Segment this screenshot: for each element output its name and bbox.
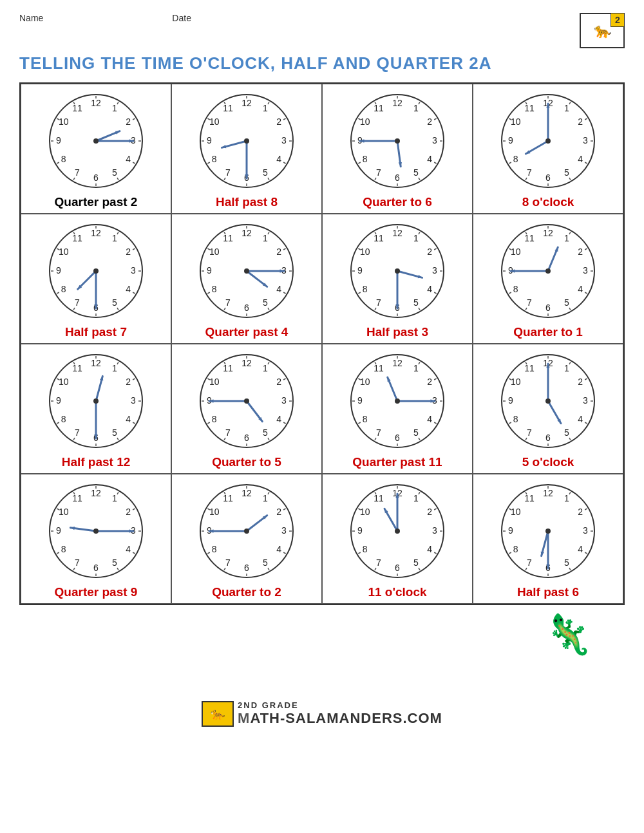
svg-text:1: 1 (112, 493, 117, 503)
svg-text:1: 1 (413, 363, 419, 373)
clock-cell-1: 121234567891011Quarter past 2 (21, 84, 171, 214)
svg-text:12: 12 (392, 358, 402, 368)
svg-point-329 (395, 398, 400, 404)
clock-cell-8: 121234567891011Quarter to 1 (473, 214, 623, 344)
svg-text:2: 2 (126, 507, 131, 517)
clock-cell-16: 121234567891011Half past 6 (473, 474, 623, 604)
clock-label-13: Quarter past 9 (55, 585, 138, 599)
clock-cell-7: 121234567891011Half past 3 (322, 214, 473, 344)
svg-text:6: 6 (395, 433, 400, 443)
svg-text:8: 8 (212, 544, 217, 554)
clock-label-1: Quarter past 2 (55, 195, 138, 209)
clock-label-6: Quarter past 4 (205, 325, 289, 339)
svg-text:6: 6 (244, 303, 249, 313)
svg-text:1: 1 (112, 103, 117, 113)
svg-text:10: 10 (59, 507, 69, 517)
clock-cell-9: 121234567891011Half past 12 (21, 344, 171, 474)
clock-cell-13: 121234567891011Quarter past 9 (21, 474, 171, 604)
svg-text:4: 4 (578, 414, 583, 424)
footer: 🐆 2ND GRADE MATH-SALAMANDERS.COM (19, 700, 625, 727)
clock-label-4: 8 o'clock (522, 195, 574, 209)
svg-text:9: 9 (357, 265, 363, 276)
svg-text:1: 1 (263, 363, 268, 373)
svg-text:4: 4 (126, 544, 131, 554)
svg-text:8: 8 (363, 154, 368, 164)
svg-text:6: 6 (545, 303, 551, 313)
svg-text:5: 5 (413, 557, 419, 568)
svg-text:9: 9 (508, 135, 513, 145)
svg-text:2: 2 (126, 247, 131, 257)
svg-text:11: 11 (72, 493, 82, 503)
svg-text:2: 2 (126, 377, 131, 387)
svg-text:5: 5 (112, 557, 117, 568)
clock-label-10: Quarter to 5 (212, 455, 281, 469)
svg-text:1: 1 (112, 363, 117, 373)
svg-text:3: 3 (281, 395, 287, 406)
svg-text:10: 10 (360, 377, 370, 387)
svg-text:12: 12 (91, 488, 101, 498)
svg-text:12: 12 (543, 228, 553, 238)
svg-text:11: 11 (72, 363, 82, 373)
svg-text:7: 7 (527, 557, 532, 568)
svg-text:6: 6 (395, 173, 400, 183)
svg-text:7: 7 (225, 167, 231, 178)
svg-text:11: 11 (72, 103, 82, 113)
svg-text:8: 8 (212, 154, 217, 164)
svg-text:8: 8 (61, 414, 66, 424)
clock-cell-5: 121234567891011Half past 7 (21, 214, 171, 344)
svg-text:6: 6 (545, 173, 551, 183)
clock-label-14: Quarter to 2 (212, 585, 281, 599)
svg-text:2: 2 (578, 377, 583, 387)
svg-text:4: 4 (276, 284, 281, 294)
svg-text:9: 9 (207, 135, 212, 145)
clock-label-16: Half past 6 (517, 585, 579, 599)
clock-label-3: Quarter to 6 (363, 195, 432, 209)
clock-cell-2: 121234567891011Half past 8 (171, 84, 322, 214)
logo-badge: 2 (611, 13, 625, 27)
svg-text:2: 2 (276, 247, 281, 257)
svg-text:12: 12 (392, 98, 402, 108)
svg-text:3: 3 (432, 265, 437, 276)
svg-text:10: 10 (360, 117, 370, 127)
svg-text:1: 1 (564, 103, 569, 113)
svg-text:1: 1 (564, 233, 569, 243)
svg-text:11: 11 (374, 233, 384, 243)
svg-text:8: 8 (363, 544, 368, 554)
svg-point-239 (545, 268, 551, 274)
svg-text:9: 9 (56, 395, 61, 406)
svg-text:8: 8 (61, 284, 66, 294)
svg-text:12: 12 (91, 358, 101, 368)
svg-text:1: 1 (263, 233, 268, 243)
svg-text:8: 8 (61, 544, 66, 554)
svg-text:7: 7 (225, 427, 231, 438)
svg-text:10: 10 (209, 377, 220, 387)
svg-text:10: 10 (360, 247, 370, 257)
lizard-icon: 🦎 (544, 612, 592, 657)
logo-box: 🐆 2 (580, 13, 625, 48)
svg-text:10: 10 (360, 507, 370, 517)
svg-text:8: 8 (212, 284, 217, 294)
svg-text:3: 3 (583, 525, 588, 536)
svg-text:5: 5 (413, 167, 419, 178)
svg-text:8: 8 (363, 414, 368, 424)
svg-text:4: 4 (276, 414, 281, 424)
svg-text:10: 10 (511, 377, 521, 387)
svg-text:5: 5 (263, 427, 268, 438)
svg-text:2: 2 (578, 117, 583, 127)
svg-point-419 (244, 529, 249, 534)
svg-text:4: 4 (276, 544, 281, 554)
svg-text:7: 7 (225, 297, 231, 308)
svg-text:9: 9 (357, 525, 363, 536)
svg-point-179 (244, 268, 249, 274)
svg-text:2: 2 (427, 507, 432, 517)
grade-text: 2ND GRADE (238, 700, 442, 710)
svg-text:11: 11 (374, 493, 384, 503)
svg-text:3: 3 (281, 135, 287, 145)
svg-text:7: 7 (75, 297, 80, 308)
svg-text:6: 6 (244, 433, 249, 443)
svg-point-449 (395, 529, 400, 534)
svg-text:4: 4 (276, 154, 281, 164)
svg-text:7: 7 (75, 167, 80, 178)
svg-text:3: 3 (432, 525, 437, 536)
svg-text:9: 9 (508, 525, 513, 536)
